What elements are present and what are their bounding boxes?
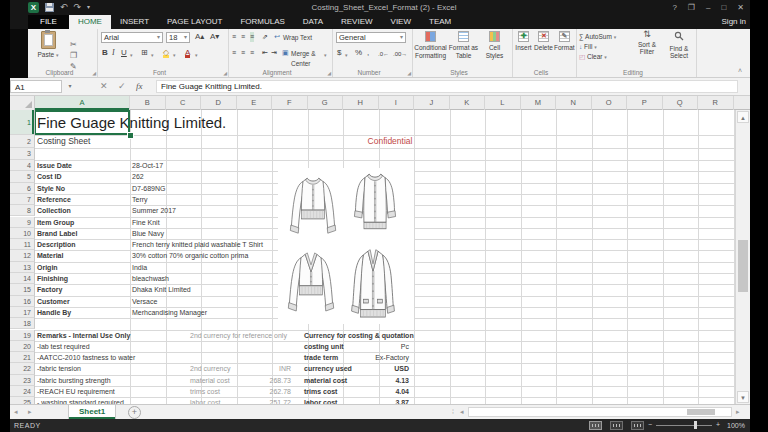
cell-2nd-currency-label[interactable]: 2nd currency	[190, 363, 230, 374]
sign-in-link[interactable]: Sign in	[722, 15, 746, 29]
save-icon[interactable]	[45, 3, 54, 12]
align-top-icon[interactable]: ≡	[232, 32, 236, 42]
cell-costing-label[interactable]: material cost	[304, 375, 347, 386]
cell-info-label[interactable]: Material	[37, 250, 63, 261]
zoom-slider-thumb[interactable]	[694, 421, 697, 429]
row-header-4[interactable]: 4	[10, 160, 35, 171]
column-header-o[interactable]: O	[592, 96, 628, 110]
autosum-button[interactable]: ∑ AutoSum ▾	[579, 32, 616, 42]
percent-style-button[interactable]: %	[355, 48, 362, 58]
column-header-c[interactable]: C	[166, 96, 202, 110]
row-header-7[interactable]: 7	[10, 194, 35, 205]
bold-button[interactable]: B	[102, 48, 108, 58]
row-header-16[interactable]: 16	[10, 296, 35, 307]
prev-sheet-icon[interactable]: ◂	[14, 405, 18, 419]
minimize-icon[interactable]: –	[706, 0, 710, 15]
redo-icon[interactable]: ↷	[74, 1, 82, 14]
column-header-i[interactable]: I	[379, 96, 415, 110]
cell-remark[interactable]: - washing standard required	[37, 397, 124, 404]
row-header-24[interactable]: 24	[10, 386, 35, 397]
italic-button[interactable]: I	[112, 48, 115, 58]
cell-info-label[interactable]: Origin	[37, 262, 58, 273]
cell-info-value[interactable]: 28-Oct-17	[132, 160, 163, 171]
cell-info-value[interactable]: 262	[132, 171, 144, 182]
sort-filter-button[interactable]: ⇅ Sort & Filter	[632, 31, 662, 56]
zoom-out-icon[interactable]: −	[648, 421, 652, 428]
cell-info-label[interactable]: Style No	[37, 183, 65, 194]
sheet-tab-sheet1[interactable]: Sheet1	[68, 405, 116, 419]
customize-qat-icon[interactable]: ▾	[87, 1, 90, 14]
row-header-2[interactable]: 2	[10, 135, 35, 148]
page-layout-view-button[interactable]	[610, 421, 623, 430]
find-select-button[interactable]: Find & Select	[664, 31, 694, 60]
row-header-9[interactable]: 9	[10, 217, 35, 228]
cell-info-value[interactable]: French terry knitted plaid washable T Sh…	[132, 239, 263, 250]
cancel-icon[interactable]: ✕	[100, 80, 108, 93]
column-header-n[interactable]: N	[556, 96, 592, 110]
help-icon[interactable]: ?	[672, 0, 676, 15]
column-header-d[interactable]: D	[201, 96, 237, 110]
undo-icon[interactable]: ↶	[60, 1, 68, 14]
cell-info-label[interactable]: Cost ID	[37, 171, 62, 182]
format-cells-button[interactable]: ✎ Format	[554, 31, 574, 52]
cell-remark[interactable]: -REACH EU requirement	[37, 386, 115, 397]
column-header-k[interactable]: K	[450, 96, 486, 110]
column-header-h[interactable]: H	[343, 96, 379, 110]
selection-fill-handle[interactable]	[127, 132, 134, 139]
cell-info-value[interactable]: Versace	[132, 296, 157, 307]
grow-font-button[interactable]: A▴	[195, 32, 204, 42]
cell-confidential[interactable]: Confidential	[352, 135, 428, 148]
decrease-decimal-button[interactable]: .00→	[393, 49, 407, 59]
fill-button[interactable]: ↓ Fill ▾	[579, 42, 597, 52]
zoom-in-icon[interactable]: +	[716, 421, 720, 428]
conditional-formatting-button[interactable]: Conditional Formatting	[414, 31, 447, 59]
cell-2nd-currency-value[interactable]: 262.78	[237, 386, 291, 397]
cell-info-value[interactable]: Terry	[132, 194, 148, 205]
cell-costing-value[interactable]: 3.87	[343, 397, 409, 404]
row-header-23[interactable]: 23	[10, 375, 35, 386]
column-header-e[interactable]: E	[237, 96, 273, 110]
cell-2nd-currency-value[interactable]: INR	[237, 363, 291, 374]
cell-costing-title[interactable]: Currency for costing & quotation	[304, 330, 414, 341]
cell-remark[interactable]: -fabric tension	[37, 363, 81, 374]
cell-info-value[interactable]: D7-689NG	[132, 183, 165, 194]
cell-info-label[interactable]: Brand Label	[37, 228, 77, 239]
column-header-l[interactable]: L	[485, 96, 521, 110]
cell-remark[interactable]: -AATCC-2010 fastness to water	[37, 352, 135, 363]
align-center-icon[interactable]: ≡	[241, 48, 245, 58]
next-sheet-icon[interactable]: ▸	[28, 405, 32, 419]
row-header-12[interactable]: 12	[10, 250, 35, 261]
clipboard-dialog-launcher-icon[interactable]: ◢	[92, 70, 96, 76]
wrap-text-button[interactable]: Wrap Text	[283, 33, 312, 43]
cell-info-label[interactable]: Item Group	[37, 217, 74, 228]
cell-remarks-title[interactable]: Remarks - Internal Use Only	[37, 330, 130, 341]
cell-2nd-currency-note[interactable]: 2nd currency for reference only	[190, 330, 287, 341]
row-header-5[interactable]: 5	[10, 171, 35, 182]
cell-costing-value[interactable]: Ex-Factory	[343, 352, 409, 363]
cell-info-value[interactable]: Fine Knit	[132, 217, 160, 228]
tab-data[interactable]: DATA	[294, 15, 332, 29]
cell-info-value[interactable]: 30% cotton 70% organic cotton prima	[132, 250, 248, 261]
cell-info-label[interactable]: Reference	[37, 194, 71, 205]
increase-indent-icon[interactable]: ⇥	[271, 48, 277, 58]
normal-view-button[interactable]	[589, 421, 602, 430]
vertical-scrollbar[interactable]: ▲ ▼	[735, 110, 750, 404]
align-bottom-icon[interactable]: ≡	[250, 32, 254, 42]
column-header-g[interactable]: G	[308, 96, 344, 110]
increase-decimal-button[interactable]: .0←	[378, 49, 389, 59]
name-box[interactable]: A1	[10, 80, 62, 93]
cell-info-value[interactable]: India	[132, 262, 147, 273]
accounting-format-button[interactable]: $	[337, 48, 341, 58]
align-right-icon[interactable]: ≡	[250, 48, 254, 58]
cell-2nd-currency-label[interactable]: trims cost	[190, 386, 220, 397]
shrink-font-button[interactable]: A▾	[210, 32, 219, 42]
cell-info-label[interactable]: Description	[37, 239, 76, 250]
vertical-scroll-thumb[interactable]	[738, 240, 748, 292]
restore-icon[interactable]: □	[721, 0, 726, 15]
tab-insert[interactable]: INSERT	[111, 15, 158, 29]
cell-subtitle[interactable]: Costing Sheet	[37, 135, 90, 148]
column-header-m[interactable]: M	[521, 96, 557, 110]
row-header-15[interactable]: 15	[10, 284, 35, 295]
row-header-21[interactable]: 21	[10, 352, 35, 363]
tab-page-layout[interactable]: PAGE LAYOUT	[158, 15, 231, 29]
